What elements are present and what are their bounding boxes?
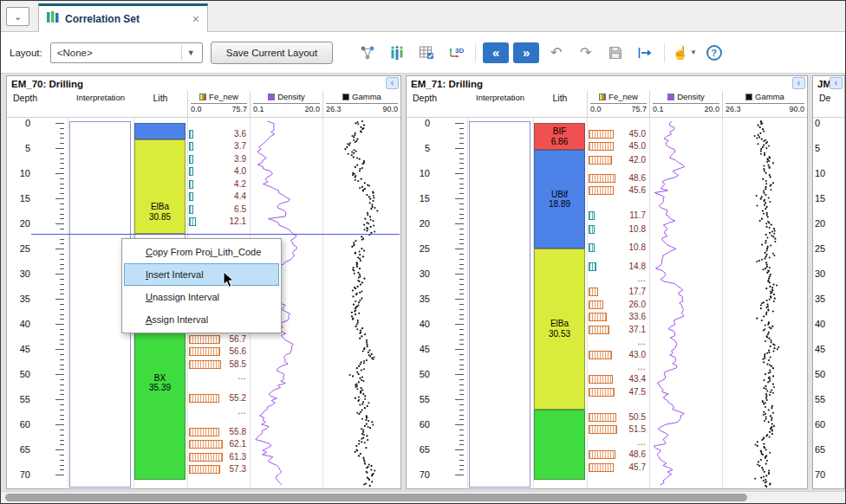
menu-item-assign-interval[interactable]: Assign Interval (124, 308, 279, 331)
menu-item-label: Unassign Interval (146, 292, 219, 302)
fe-bar (189, 142, 193, 151)
depth-tick (60, 184, 64, 184)
fe-bar (189, 428, 219, 436)
view-3d-icon[interactable]: 3D (443, 42, 468, 64)
fe-bar (189, 130, 193, 139)
toolbar-icons: 3D « » ↶ ↷ ☝▼ ? (355, 42, 726, 64)
lith-interval[interactable]: BIF6.86 (534, 123, 585, 150)
track-name: Gamma (352, 92, 381, 101)
tab-list-button[interactable]: ⌄ (6, 7, 29, 26)
collapse-panel-button[interactable]: ‹ (386, 77, 399, 89)
depth-tick-label: 65 (407, 444, 430, 455)
depth-tick (455, 449, 464, 450)
fe-value-row: 12.1 (188, 216, 249, 227)
fe-value-row: 6.5 (188, 204, 249, 215)
fe-value-row: … (588, 437, 648, 448)
collapse-panel-button[interactable]: ‹ (792, 77, 805, 89)
depth-tick-label: 50 (7, 369, 30, 379)
fe-bar (589, 211, 595, 220)
save-icon[interactable] (602, 42, 628, 64)
menu-item-unassign-interval[interactable]: Unassign Interval (124, 286, 279, 308)
horizontal-scrollbar-thumb[interactable] (5, 494, 747, 501)
lith-interval[interactable] (134, 123, 185, 139)
layout-select[interactable]: <None> ▼ (50, 42, 203, 63)
lith-interval[interactable] (534, 410, 585, 480)
fe-bar (589, 174, 615, 183)
correlation-area: EM_70: Drilling‹DepthInterpretationLithF… (1, 74, 845, 491)
tab-close-icon[interactable]: × (180, 14, 199, 24)
depth-tick-label: 15 (407, 193, 430, 204)
touch-mode-icon[interactable]: ☝▼ (672, 42, 697, 64)
depth-tick (459, 264, 464, 265)
depth-tick-label: 65 (815, 444, 838, 455)
track-name: Fe_new (608, 92, 638, 101)
track-separator (322, 118, 323, 488)
depth-tick (60, 354, 64, 355)
horizontal-scrollbar[interactable] (1, 491, 845, 503)
depth-tick (459, 444, 464, 445)
depth-tick (459, 168, 464, 169)
interval-table-icon[interactable] (413, 42, 439, 64)
fe-bar (589, 326, 609, 334)
help-icon[interactable]: ? (701, 42, 726, 64)
depth-tick (60, 359, 64, 360)
fe-value: 45.0 (629, 141, 646, 151)
export-icon[interactable] (632, 42, 657, 64)
fe-value-row: 48.6 (588, 173, 648, 184)
interpretation-column[interactable] (469, 121, 530, 488)
layout-label: Layout: (10, 48, 42, 58)
depth-tick (60, 268, 64, 269)
fe-value-row: 4.4 (188, 191, 249, 202)
depth-tick (459, 379, 464, 380)
depth-tick (459, 329, 464, 330)
fe-value-row: 56.6 (188, 346, 249, 357)
depth-tick (60, 465, 64, 466)
tab-correlation-set[interactable]: Correlation Set × (38, 3, 208, 32)
fe-bar (189, 155, 193, 164)
redo-icon[interactable]: ↷ (573, 42, 598, 64)
panel-body: 0510152025303540455055606570BIF6.86UBif1… (407, 117, 807, 488)
interpretation-column-header: Interpretation (467, 91, 533, 117)
track-legend-swatch (199, 94, 206, 100)
lith-interval[interactable]: BX35.39 (134, 327, 185, 480)
lith-interval[interactable]: ElBa30.85 (134, 139, 185, 234)
track-legend-swatch (745, 94, 752, 100)
depth-tick (55, 399, 64, 400)
depth-tick-label: 0 (7, 118, 30, 128)
depth-tick (55, 299, 64, 300)
depth-tick (60, 168, 64, 169)
depth-tick (459, 394, 464, 395)
undo-icon[interactable]: ↶ (543, 42, 569, 64)
depth-tick (55, 198, 64, 199)
depth-tick (455, 223, 464, 224)
well-columns-icon[interactable] (384, 42, 409, 64)
lith-value: 30.85 (149, 212, 171, 223)
fe-value: 4.2 (234, 179, 246, 189)
last-page-icon[interactable]: » (513, 42, 539, 63)
menu-item-insert-interval[interactable]: Insert Interval (124, 263, 279, 286)
fe-bar (189, 465, 220, 474)
depth-tick (459, 415, 464, 416)
depth-tick (60, 384, 64, 385)
menu-item-copy-from-proj-lith-code[interactable]: Copy From Proj_Lith_Code (124, 241, 279, 263)
depth-tick (60, 390, 64, 391)
depth-tick (60, 193, 64, 194)
depth-tick (459, 419, 464, 420)
correlation-diagram-icon[interactable] (355, 42, 380, 64)
depth-tick (459, 128, 464, 129)
first-page-icon[interactable]: « (483, 42, 509, 63)
track-name: Density (277, 92, 305, 101)
depth-tick-label: 30 (7, 268, 30, 279)
lith-interval[interactable]: UBif18.89 (534, 150, 585, 249)
lith-value: 18.89 (549, 199, 570, 210)
depth-tick (459, 314, 464, 315)
fe-value: … (637, 337, 646, 346)
track-header-fe_new: Fe_new0.075.7 (187, 91, 250, 117)
collapse-panel-button[interactable]: ‹ (830, 77, 843, 89)
fe-value: 26.0 (629, 300, 646, 309)
lith-interval[interactable]: ElBa30.53 (534, 249, 585, 410)
track-separator (722, 118, 723, 488)
depth-tick (459, 384, 464, 385)
save-current-layout-button[interactable]: Save Current Layout (211, 42, 333, 64)
fe-bar (589, 156, 612, 165)
